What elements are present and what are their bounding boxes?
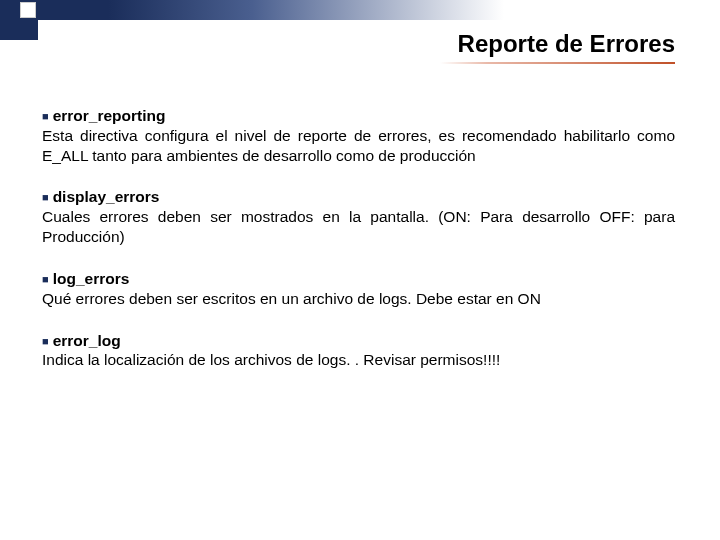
list-item: ■error_reporting Esta directiva configur… [42,106,675,165]
item-heading: log_errors [53,270,130,287]
list-item: ■error_log Indica la localización de los… [42,331,675,371]
bullet-icon: ■ [42,110,49,122]
bullet-icon: ■ [42,335,49,347]
item-description: Esta directiva configura el nivel de rep… [42,126,675,166]
corner-block-decor [0,20,38,40]
corner-square-decor [20,2,36,18]
content-area: ■error_reporting Esta directiva configur… [42,106,675,392]
item-description: Qué errores deben ser escritos en un arc… [42,289,675,309]
list-item: ■log_errors Qué errores deben ser escrit… [42,269,675,309]
top-bar [0,0,720,20]
item-heading: display_errors [53,188,160,205]
item-heading: error_log [53,332,121,349]
item-heading: error_reporting [53,107,166,124]
bullet-icon: ■ [42,191,49,203]
title-underline [440,62,675,64]
list-item: ■display_errors Cuales errores deben ser… [42,187,675,246]
bullet-icon: ■ [42,273,49,285]
slide-title: Reporte de Errores [458,30,675,58]
item-description: Cuales errores deben ser mostrados en la… [42,207,675,247]
item-description: Indica la localización de los archivos d… [42,350,675,370]
